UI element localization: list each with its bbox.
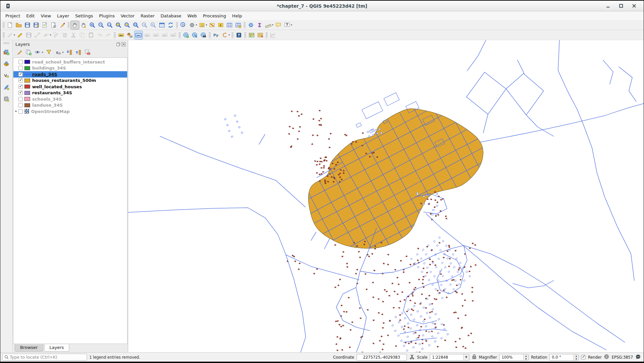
menu-plugins[interactable]: Plugins (96, 12, 118, 20)
menu-vector[interactable]: Vector (118, 12, 137, 20)
menu-view[interactable]: View (38, 12, 54, 20)
deselect-all-button[interactable] (208, 21, 216, 29)
current-edits-button[interactable] (6, 31, 14, 39)
chevron-down-icon[interactable]: ▾ (206, 23, 207, 26)
new-virtual-layer-button[interactable] (2, 95, 11, 103)
layer-row-road_school_buffers_intersect[interactable]: road_school_buffers_intersect (13, 59, 127, 65)
messages-icon[interactable] (635, 354, 641, 361)
remove-layer-button[interactable] (83, 48, 91, 56)
expander-icon[interactable]: ▾ (13, 110, 18, 113)
pan-to-selection-button[interactable] (79, 21, 88, 29)
open-layer-styling-button[interactable] (15, 48, 23, 56)
menu-processing[interactable]: Processing (200, 12, 229, 20)
layout-manager-button[interactable] (49, 21, 58, 29)
layer-row-schools_34S[interactable]: schools_34S (13, 96, 127, 102)
menu-raster[interactable]: Raster (137, 12, 158, 20)
paste-features-button[interactable] (87, 31, 95, 39)
add-group-button[interactable] (24, 48, 32, 56)
change-label-button[interactable]: abc✎ (169, 31, 178, 39)
chevron-down-icon[interactable]: ▾ (62, 51, 64, 54)
save-layer-edits-button[interactable] (24, 31, 33, 39)
menu-web[interactable]: Web (184, 12, 200, 20)
crs-indicator[interactable]: EPSG:3857 (612, 355, 633, 360)
locate-input[interactable] (10, 355, 85, 360)
layer-row-houses_restaurants_500m[interactable]: houses_restaurants_500m (13, 78, 127, 84)
expand-all-button[interactable] (65, 48, 73, 56)
show-hide-labels-button[interactable]: abc (143, 31, 152, 39)
scale-combo[interactable]: 1:22848▼ (430, 354, 469, 361)
redo-button[interactable] (104, 31, 113, 39)
highlight-pinned-labels-button[interactable]: abc (134, 31, 143, 39)
plugin-reloader-button[interactable] (220, 31, 229, 39)
menu-project[interactable]: Project (2, 12, 23, 20)
statistics-summary-button[interactable]: Σ (255, 21, 264, 29)
map-canvas[interactable] (128, 40, 644, 352)
zoom-full-button[interactable] (114, 21, 123, 29)
layer-checkbox[interactable] (18, 78, 23, 83)
mesh-tool-button[interactable] (256, 31, 265, 39)
layer-row-restaurants_34S[interactable]: restaurants_34S (13, 90, 127, 96)
map-tips-button[interactable] (274, 21, 283, 29)
crs-globe-icon[interactable] (604, 354, 609, 360)
run-feature-action-button[interactable] (188, 21, 196, 29)
delete-selected-button[interactable] (61, 31, 69, 39)
processing-toolbox-button[interactable] (247, 21, 255, 29)
render-checkbox[interactable] (581, 355, 585, 359)
copy-features-button[interactable] (78, 31, 87, 39)
filter-legend-button[interactable] (45, 48, 53, 56)
new-project-button[interactable] (6, 21, 14, 29)
select-features-button[interactable] (198, 21, 206, 29)
open-attribute-table-button[interactable] (225, 21, 234, 29)
collapse-all-button[interactable] (74, 48, 82, 56)
locate-box[interactable] (2, 354, 87, 361)
new-geopackage-layer-button[interactable] (2, 83, 11, 92)
profile-tool-button[interactable] (269, 31, 277, 39)
open-project-button[interactable] (14, 21, 23, 29)
new-map-view-button[interactable] (158, 21, 166, 29)
layer-row-landuse_34S[interactable]: landuse_34S (13, 102, 127, 109)
measure-line-button[interactable] (264, 21, 273, 29)
layer-row-roads_34S[interactable]: roads_34S (13, 71, 127, 78)
zoom-to-selection-button[interactable] (123, 21, 131, 29)
metasearch-catalog-button[interactable] (182, 31, 190, 39)
cut-features-button[interactable] (69, 31, 78, 39)
style-manager-button[interactable] (58, 21, 67, 29)
data-source-manager-button[interactable] (2, 48, 11, 56)
rotation-spin[interactable]: 0.0 °▲▼ (549, 354, 579, 361)
layer-row-well_located_houses[interactable]: well_located_houses (13, 84, 127, 90)
layer-checkbox[interactable] (18, 85, 23, 89)
georeferencer-button[interactable] (247, 31, 256, 39)
title-bar[interactable]: *chapter_7 - QGIS 9e45223d42 [tm] (0, 1, 644, 11)
layer-row-buildings_34S[interactable]: buildings_34S (13, 65, 127, 72)
text-annotation-button[interactable]: T (283, 21, 291, 29)
panel-close-icon[interactable] (121, 42, 126, 46)
layer-row-OpenStreetMap[interactable]: ▾OpenStreetMap (13, 108, 127, 115)
manage-map-themes-button[interactable] (33, 48, 41, 56)
dock-tab-layers[interactable]: Layers (44, 344, 69, 352)
menu-layer[interactable]: Layer (54, 12, 72, 20)
layer-labeling-button[interactable]: abc (117, 31, 125, 39)
chevron-down-icon[interactable]: ▾ (291, 23, 292, 26)
rotate-label-button[interactable]: abc (160, 31, 169, 39)
chevron-down-icon[interactable]: ▾ (228, 33, 230, 36)
move-label-button[interactable]: abc (152, 31, 160, 39)
menu-database[interactable]: Database (158, 12, 184, 20)
dock-tab-browser[interactable]: Browser (15, 344, 43, 352)
vertex-tool-button[interactable] (42, 31, 51, 39)
metasearch-binoculars-button[interactable] (199, 31, 208, 39)
magnifier-spin[interactable]: 100%▲▼ (499, 354, 529, 361)
layer-checkbox[interactable] (18, 103, 23, 107)
close-button[interactable] (632, 4, 636, 8)
menu-edit[interactable]: Edit (23, 12, 37, 20)
chevron-down-icon[interactable]: ▾ (42, 51, 43, 54)
scale-lock-icon[interactable] (472, 354, 477, 360)
layer-checkbox[interactable] (18, 72, 23, 77)
digitize-segment-button[interactable] (33, 31, 42, 39)
layer-checkbox[interactable] (18, 109, 23, 114)
undo-button[interactable] (95, 31, 104, 39)
minimize-button[interactable] (606, 4, 610, 8)
chevron-down-icon[interactable]: ▾ (272, 23, 273, 26)
add-raster-layer-button[interactable] (2, 59, 11, 68)
select-by-expression-button[interactable]: ε (216, 21, 225, 29)
field-calculator-button[interactable] (234, 21, 243, 29)
